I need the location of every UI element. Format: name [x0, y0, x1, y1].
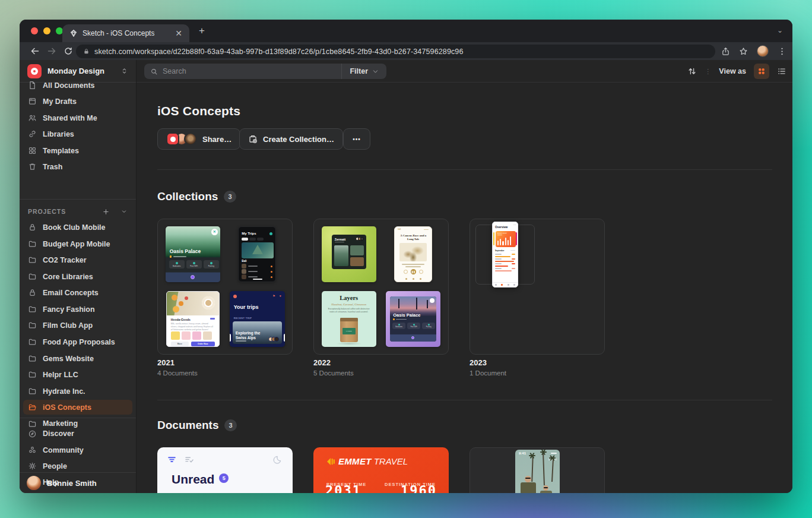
sidebar-project-core-libraries[interactable]: Core Libraries: [20, 269, 136, 285]
lock-icon: [28, 288, 37, 297]
search-input[interactable]: [158, 67, 341, 75]
lock-icon: [83, 48, 90, 55]
collection-name[interactable]: 2022: [313, 358, 331, 367]
document-card-unread[interactable]: Unread 5: [157, 447, 293, 493]
sidebar-project-fancy-fashion[interactable]: Fancy Fashion: [20, 301, 136, 317]
sidebar-project-budget-app-mobile[interactable]: Budget App Mobile: [20, 236, 136, 252]
sidebar-item-community[interactable]: Community: [20, 442, 136, 458]
collection-card-2023[interactable]: 9:41 Overview Budget Spent Sept: [470, 219, 605, 355]
main-area: Filter ⋮ View as: [137, 60, 792, 493]
sidebar-project-film-club-app[interactable]: Film Club App: [20, 317, 136, 333]
folder-icon: [28, 305, 37, 314]
share-icon[interactable]: [721, 47, 730, 56]
content-scroll-area[interactable]: iOS Concepts Share… Create Collection…: [137, 83, 792, 493]
sidebar-item-all-documents[interactable]: All Documents: [20, 77, 136, 93]
sidebar-item-templates[interactable]: Templates: [20, 143, 136, 159]
back-button[interactable]: [30, 46, 40, 56]
collection-card-2022[interactable]: Zermatt 9:41 A Caucus: [313, 219, 449, 355]
create-collection-button[interactable]: Create Collection…: [239, 128, 343, 150]
divider: [157, 400, 772, 400]
window-minimize-button[interactable]: [43, 27, 50, 34]
list-view-button[interactable]: [777, 67, 786, 76]
sidebar-item-people[interactable]: People: [20, 458, 136, 474]
checklist-icon: [184, 455, 194, 465]
collection-card-2021[interactable]: ✕ Oasis Palace Bedrooms Free WiFi Parkin…: [157, 219, 293, 355]
sidebar-project-book-club-mobile[interactable]: Book Club Mobile: [20, 219, 136, 235]
more-options-button[interactable]: •••: [343, 128, 370, 150]
tab-bar: [493, 282, 518, 287]
browser-tab[interactable]: Sketch - iOS Concepts ✕: [62, 24, 189, 42]
doc-thumb-oasis-palace[interactable]: ✕ Oasis Palace Bedrooms Free WiFi Parkin…: [166, 226, 220, 282]
filter-button[interactable]: Filter: [341, 64, 386, 79]
collection-meta: 1 Document: [470, 369, 506, 377]
folder-icon: [28, 370, 37, 379]
window-close-button[interactable]: [31, 27, 38, 34]
sidebar-project-food-app-proposals[interactable]: Food App Proposals: [20, 334, 136, 350]
browser-tab-strip: Sketch - iOS Concepts ✕ + ⌄: [20, 20, 792, 42]
compass-icon: [28, 429, 37, 438]
bookmark-star-icon[interactable]: [739, 47, 748, 56]
doc-thumb-your-trips[interactable]: ⚑ ♥ Your trips RECENT TRIP Exploring the…: [230, 291, 285, 347]
collection-name[interactable]: 2021: [157, 358, 175, 367]
doc-thumb-food-app[interactable]: Hooda-Goods Milk, vanilla extract, heavy…: [166, 291, 220, 347]
user-name: Bonnie Smith: [47, 479, 97, 488]
doc-thumb-budget-overview[interactable]: 9:41 Overview Budget Spent Sept: [492, 222, 518, 288]
new-tab-button[interactable]: +: [199, 25, 205, 37]
collection-name[interactable]: 2023: [470, 358, 487, 367]
reload-button[interactable]: [64, 46, 73, 56]
order-now-mini-button: Order Now: [191, 342, 215, 346]
browser-profile-avatar[interactable]: [757, 45, 769, 57]
coffee-bag: LAYERS: [340, 318, 358, 342]
document-card-emmet-travel[interactable]: EMMETTRAVEL PRESENT TIME DESTINATION TIM…: [313, 447, 449, 493]
sidebar-item-libraries[interactable]: Libraries: [20, 126, 136, 142]
present-time-value: 2031: [325, 484, 361, 493]
destination-time-value: 1960: [401, 484, 437, 493]
sidebar-item-trash[interactable]: Trash: [20, 159, 136, 175]
doc-thumb-my-trips[interactable]: My Trips Bali: [238, 226, 276, 282]
travel-card: Zermatt: [332, 235, 366, 269]
user-avatar: [27, 476, 41, 490]
sidebar-project-gems-website[interactable]: Gems Website: [20, 350, 136, 367]
sidebar-project-email-concepts[interactable]: Email Concepts: [20, 285, 136, 301]
dotted-separator-icon[interactable]: ⋮: [705, 68, 711, 74]
user-menu[interactable]: Bonnie Smith: [20, 473, 136, 493]
sidebar-project-helpr-llc[interactable]: Helpr LLC: [20, 367, 136, 383]
photo: Exploring the Swiss Alps: [233, 321, 282, 344]
share-button[interactable]: Share…: [157, 128, 240, 150]
search-box[interactable]: Filter: [144, 64, 386, 79]
doc-thumb-zermatt[interactable]: Zermatt: [322, 226, 376, 282]
browser-menu-icon[interactable]: [778, 47, 786, 56]
add-project-icon[interactable]: [102, 208, 110, 216]
doc-thumb-layers-coffee[interactable]: Layers Hazelnut, Caramel, Cinnamon Excep…: [322, 291, 376, 347]
thumbnail-grid: ✕ Oasis Palace Bedrooms Free WiFi Parkin…: [163, 225, 287, 349]
forward-button[interactable]: [47, 46, 56, 56]
collections-heading: Collections: [157, 190, 218, 203]
player-controls: ❚❚: [395, 269, 432, 274]
doc-thumb-oasis-palace-sunset[interactable]: Oasis Palace Bedrooms Free WiFi Parking: [386, 291, 440, 347]
url-bar[interactable]: sketch.com/workspace/d22b88f0-63a9-43ab-…: [76, 45, 715, 58]
emmet-logo-icon: [326, 457, 336, 466]
sketch-favicon: [69, 29, 78, 37]
workspace-logo-avatar: [166, 132, 179, 146]
page-title: iOS Concepts: [157, 104, 240, 118]
sidebar-item-my-drafts[interactable]: My Drafts: [20, 93, 136, 109]
sidebar-project-hydrate-inc[interactable]: Hydrate Inc.: [20, 383, 136, 399]
photo: [167, 292, 219, 315]
cell: Hooda-Goods Milk, vanilla extract, heavy…: [163, 289, 223, 349]
document-card-login-photo[interactable]: 9:41 Log In: [470, 447, 605, 493]
sidebar-project-ios-concepts-selected[interactable]: iOS Concepts: [23, 400, 132, 415]
browser-toolbar-right: [721, 42, 786, 60]
sidebar-item-shared-with-me[interactable]: Shared with Me: [20, 110, 136, 126]
sidebar-project-co2-tracker[interactable]: CO2 Tracker: [20, 252, 136, 268]
grid-view-button[interactable]: [754, 64, 769, 79]
sidebar-item-discover[interactable]: Discover: [20, 427, 136, 441]
tab-close-icon[interactable]: ✕: [175, 29, 182, 37]
collapse-projects-chevron-icon[interactable]: [120, 208, 128, 215]
sort-icon[interactable]: [687, 67, 697, 76]
tab-search-chevron-icon[interactable]: ⌄: [777, 26, 783, 34]
doc-thumb-audiobook-reader[interactable]: 9:41 A Caucus-Race and a Long Tale ❚❚: [394, 226, 432, 282]
bookmark-mini-icon: ⚑: [272, 294, 275, 298]
folder-open-icon: [28, 403, 37, 412]
photo: [242, 242, 274, 258]
ellipsis-icon: •••: [353, 136, 361, 143]
